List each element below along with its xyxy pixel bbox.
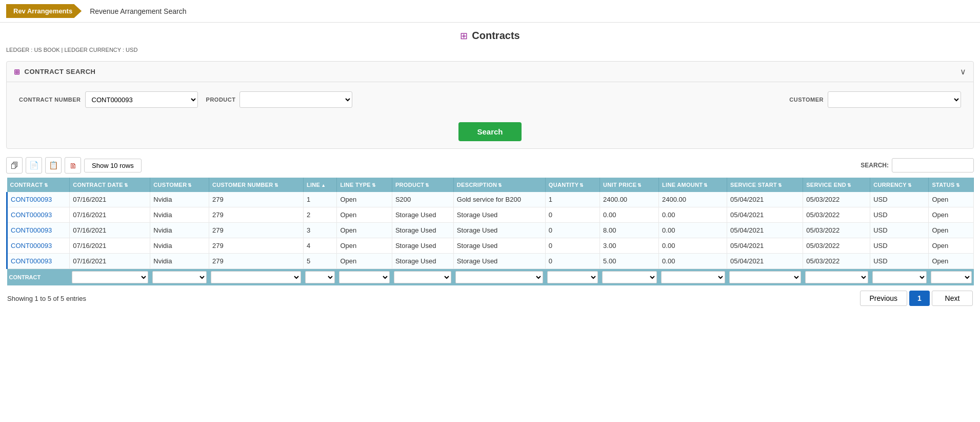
filter-cell-currency[interactable] [870,269,929,286]
next-button[interactable]: Next [932,291,973,306]
cell-service_start: 05/04/2021 [727,254,803,269]
filter-cell-service_start[interactable] [727,269,803,286]
contract-link[interactable]: CONT000093 [11,196,52,203]
filter-select-quantity[interactable] [547,271,597,283]
cell-line_amount: 0.00 [659,238,727,254]
cell-contract[interactable]: CONT000093 [7,207,70,223]
cell-currency: USD [870,223,929,238]
filter-select-status[interactable] [931,271,972,283]
page-1-button[interactable]: 1 [909,291,930,306]
filter-select-customer[interactable] [152,271,207,283]
col-header-product[interactable]: PRODUCT⇅ [392,178,453,192]
cell-description: Storage Used [453,238,545,254]
cell-line: 2 [303,207,336,223]
filter-select-description[interactable] [455,271,543,283]
cell-product: Storage Used [392,254,453,269]
filter-cell-customer[interactable] [150,269,209,286]
filter-cell-customer_number[interactable] [209,269,303,286]
filter-select-line[interactable] [305,271,334,283]
cell-unit_price: 0.00 [600,207,659,223]
col-header-line_amount[interactable]: LINE AMOUNT⇅ [659,178,727,192]
cell-contract[interactable]: CONT000093 [7,192,70,207]
filter-select-line_type[interactable] [339,271,390,283]
filter-cell-status[interactable] [929,269,974,286]
col-header-customer_number[interactable]: CUSTOMER NUMBER⇅ [209,178,303,192]
showing-text: Showing 1 to 5 of 5 entries [7,295,86,302]
cell-customer: Nvidia [150,192,209,207]
col-header-service_end[interactable]: SERVICE END⇅ [803,178,870,192]
col-header-contract_date[interactable]: CONTRACT DATE⇅ [70,178,150,192]
contract-link[interactable]: CONT000093 [11,257,52,265]
filter-select-product[interactable] [394,271,451,283]
filter-cell-service_end[interactable] [803,269,870,286]
filter-select-service_start[interactable] [729,271,801,283]
contract-number-select[interactable]: CONT000093 [85,91,198,108]
filter-cell-unit_price[interactable] [600,269,659,286]
filter-cell-line_type[interactable] [337,269,392,286]
cell-status: Open [929,207,974,223]
product-group: PRODUCT [206,91,353,108]
col-header-line[interactable]: LINE▲ [303,178,336,192]
previous-button[interactable]: Previous [860,291,907,306]
col-header-currency[interactable]: CURRENCY⇅ [870,178,929,192]
filter-cell-quantity[interactable] [545,269,599,286]
contract-link[interactable]: CONT000093 [11,242,52,250]
table-search-label: SEARCH: [861,162,889,169]
contract-link[interactable]: CONT000093 [11,226,52,234]
filter-select-unit_price[interactable] [602,271,657,283]
customer-group: CUSTOMER [789,91,961,108]
cell-contract[interactable]: CONT000093 [7,223,70,238]
collapse-button[interactable]: ∨ [960,67,966,76]
cell-status: Open [929,223,974,238]
filter-select-contract_date[interactable] [72,271,148,283]
filter-cell-contract[interactable]: CONTRACT [7,269,70,286]
cell-service_start: 05/04/2021 [727,192,803,207]
filter-select-customer_number[interactable] [211,271,301,283]
copy-icon-button[interactable]: 🗍 [6,157,23,174]
filter-select-line_amount[interactable] [661,271,725,283]
show-rows-button[interactable]: Show 10 rows [84,159,142,172]
pdf-icon-button[interactable]: 🗎 [65,157,81,174]
search-button[interactable]: Search [458,122,521,141]
cell-service_start: 05/04/2021 [727,207,803,223]
clipboard-icon-button[interactable]: 📋 [45,157,62,174]
cell-contract[interactable]: CONT000093 [7,254,70,269]
cell-contract[interactable]: CONT000093 [7,238,70,254]
product-label: PRODUCT [206,97,236,103]
col-header-contract[interactable]: CONTRACT⇅ [7,178,70,192]
customer-select[interactable] [828,91,961,108]
col-header-line_type[interactable]: LINE TYPE⇅ [337,178,392,192]
filter-select-service_end[interactable] [805,271,868,283]
col-header-customer[interactable]: CUSTOMER⇅ [150,178,209,192]
filter-cell-line[interactable] [303,269,336,286]
table-search-input[interactable] [892,158,974,172]
rev-arrangements-nav[interactable]: Rev Arrangements [6,4,82,18]
cell-service_end: 05/03/2022 [803,254,870,269]
cell-service_end: 05/03/2022 [803,192,870,207]
product-select[interactable] [239,91,352,108]
cell-line_type: Open [337,238,392,254]
customer-label: CUSTOMER [789,97,824,103]
col-header-unit_price[interactable]: UNIT PRICE⇅ [600,178,659,192]
cell-line: 4 [303,238,336,254]
contracts-table-wrapper: CONTRACT⇅CONTRACT DATE⇅CUSTOMER⇅CUSTOMER… [6,178,974,285]
cell-line: 3 [303,223,336,238]
excel-icon-button[interactable]: 📄 [26,157,42,174]
filter-select-currency[interactable] [872,271,927,283]
filter-cell-line_amount[interactable] [659,269,727,286]
cell-product: Storage Used [392,207,453,223]
contract-link[interactable]: CONT000093 [11,211,52,219]
col-header-description[interactable]: DESCRIPTION⇅ [453,178,545,192]
filter-cell-product[interactable] [392,269,453,286]
cell-product: Storage Used [392,223,453,238]
cell-line_amount: 0.00 [659,223,727,238]
contract-search-panel: ⊞ CONTRACT SEARCH ∨ CONTRACT NUMBER CONT… [6,61,974,149]
col-header-quantity[interactable]: QUANTITY⇅ [545,178,599,192]
cell-line_amount: 2400.00 [659,192,727,207]
table-row: CONT00009307/16/2021Nvidia2792OpenStorag… [7,207,974,223]
search-fields: CONTRACT NUMBER CONT000093 PRODUCT CUSTO… [7,82,973,118]
filter-cell-contract_date[interactable] [70,269,150,286]
col-header-service_start[interactable]: SERVICE START⇅ [727,178,803,192]
col-header-status[interactable]: STATUS⇅ [929,178,974,192]
filter-cell-description[interactable] [453,269,545,286]
